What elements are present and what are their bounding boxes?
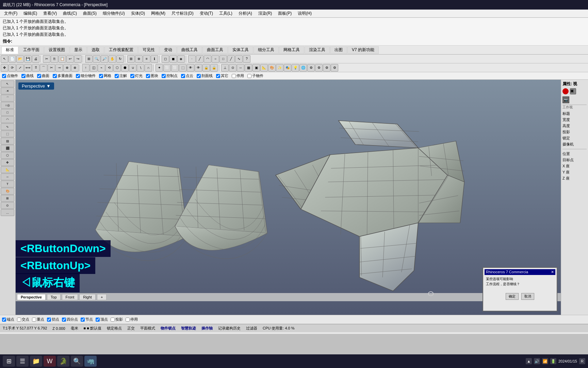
- filter-other[interactable]: 其它: [216, 73, 228, 78]
- tb-zoom-in[interactable]: 🔍: [93, 55, 100, 63]
- snap-tangent[interactable]: 切点: [47, 317, 59, 322]
- taskbar-system-tray-up[interactable]: ▲: [526, 358, 532, 364]
- status-gumball[interactable]: 操作轴: [201, 326, 213, 331]
- tb2-env[interactable]: 🌐: [299, 64, 307, 72]
- menu-subd[interactable]: 细分物件(U): [100, 10, 128, 17]
- snap-vertex[interactable]: 顶点: [96, 317, 108, 322]
- tb-line[interactable]: ╱: [196, 55, 203, 63]
- tb-zoom-out[interactable]: 🔎: [101, 55, 108, 63]
- cmd-prompt[interactable]: 指令:: [3, 38, 585, 45]
- tb2-grp[interactable]: ⬜: [171, 64, 179, 72]
- filter-annotation[interactable]: 注解: [115, 73, 127, 78]
- sidebar-freeform[interactable]: ∿: [1, 123, 14, 130]
- menu-transform[interactable]: 变动(T): [197, 10, 216, 17]
- tb2-boolean-diff[interactable]: ∖: [137, 64, 144, 72]
- menu-analyze[interactable]: 分析(A): [236, 10, 255, 17]
- menu-mesh[interactable]: 网格(M): [148, 10, 168, 17]
- snap-project-checkbox[interactable]: [111, 318, 115, 322]
- tb2-light[interactable]: 💡: [292, 64, 299, 72]
- vp-tab-right[interactable]: Right: [79, 294, 96, 300]
- tb2-vol[interactable]: ▣: [252, 64, 260, 72]
- vp-tab-add[interactable]: +: [97, 294, 107, 300]
- menu-edit[interactable]: 编辑(E): [21, 10, 40, 17]
- snap-disable[interactable]: 停用: [126, 317, 138, 322]
- filter-subd-checkbox[interactable]: [76, 74, 80, 78]
- tb2-split[interactable]: ⊸: [55, 64, 63, 72]
- tb2-explode[interactable]: ⊗: [71, 64, 79, 72]
- tb2-sel-all[interactable]: ⬜: [163, 64, 171, 72]
- tb-select[interactable]: ↖: [1, 55, 8, 63]
- snap-midpoint-checkbox[interactable]: [32, 318, 36, 322]
- tb2-revolve[interactable]: ⟲: [105, 64, 113, 72]
- tb-open[interactable]: 📂: [16, 55, 24, 63]
- tb2-join[interactable]: ⊕: [63, 64, 71, 72]
- tb2-extrude[interactable]: ↑: [82, 64, 89, 72]
- filter-subobj-checkbox[interactable]: [247, 74, 251, 78]
- taskbar-network[interactable]: 📶: [542, 358, 548, 364]
- taskbar-rhino[interactable]: 🦏: [84, 356, 97, 367]
- snap-knot[interactable]: 节点: [81, 317, 93, 322]
- tb-rect[interactable]: □: [219, 55, 227, 63]
- filter-curve-checkbox[interactable]: [21, 74, 26, 78]
- sidebar-point[interactable]: ·✕: [1, 88, 14, 94]
- status-ortho[interactable]: 正交: [127, 326, 135, 331]
- tb-cut[interactable]: ✂: [43, 55, 50, 63]
- filter-disabled-checkbox[interactable]: [232, 74, 236, 78]
- tb2-scale[interactable]: ⤢: [16, 64, 24, 72]
- filter-point[interactable]: 点物件: [2, 73, 18, 78]
- tb2-offset-srf[interactable]: ⬢: [121, 64, 129, 72]
- filter-other-checkbox[interactable]: [216, 74, 220, 78]
- menu-view[interactable]: 查看(V): [40, 10, 60, 17]
- filter-ptcloud-checkbox[interactable]: [181, 74, 185, 78]
- snap-vertex-checkbox[interactable]: [96, 318, 100, 322]
- filter-polysrf[interactable]: 多重曲面: [53, 73, 72, 78]
- tab-setview[interactable]: 设置视图: [44, 46, 69, 54]
- sidebar-dimension[interactable]: ↔: [1, 173, 14, 180]
- tb2-move[interactable]: ✥: [1, 64, 8, 72]
- sidebar-arc[interactable]: ◠: [1, 116, 14, 123]
- tb2-sweep[interactable]: ⌁: [98, 64, 105, 72]
- viewport-label[interactable]: Perspective ▼: [18, 82, 54, 90]
- tb2-extra4[interactable]: ⚙: [331, 64, 338, 72]
- tb-spline[interactable]: ∿: [235, 55, 243, 63]
- filter-block-checkbox[interactable]: [146, 74, 150, 78]
- tb2-analyze[interactable]: 📐: [260, 64, 268, 72]
- sidebar-surface2[interactable]: ▤: [1, 138, 14, 144]
- menu-panel[interactable]: 面板(P): [275, 10, 294, 17]
- taskbar-app1[interactable]: 🐊: [57, 356, 69, 367]
- snap-project[interactable]: 投影: [111, 317, 123, 322]
- tb2-mat[interactable]: 🎭: [284, 64, 291, 72]
- taskbar-search[interactable]: 🔍: [71, 356, 83, 367]
- sidebar-circle[interactable]: ○◎: [1, 102, 14, 109]
- menu-surface[interactable]: 曲面(S): [80, 10, 99, 17]
- sidebar-analyze[interactable]: 📐: [1, 166, 14, 173]
- snap-tangent-checkbox[interactable]: [47, 318, 51, 322]
- taskbar-tomato[interactable]: W: [44, 356, 56, 367]
- filter-point-checkbox[interactable]: [2, 74, 6, 78]
- tab-workplane[interactable]: 工作平面: [19, 46, 44, 54]
- tb-new[interactable]: 📄: [9, 55, 16, 63]
- tb-copy[interactable]: ⎘: [51, 55, 58, 63]
- dialog-close-icon[interactable]: ✕: [551, 270, 554, 274]
- menu-curve[interactable]: 曲线(C): [60, 10, 80, 17]
- tb2-patch[interactable]: ⬡: [113, 64, 121, 72]
- snap-knot-checkbox[interactable]: [81, 318, 85, 322]
- tb-save[interactable]: 💾: [24, 55, 32, 63]
- display-mode-icon[interactable]: ▣: [570, 88, 576, 94]
- tab-visibility[interactable]: 可见性: [138, 46, 159, 54]
- tab-select[interactable]: 选取: [87, 46, 104, 54]
- tb2-mirror[interactable]: ⟺: [24, 64, 32, 72]
- vp-tab-perspective[interactable]: Perspective: [17, 294, 46, 300]
- snap-intersection[interactable]: 交点: [17, 317, 29, 322]
- filter-mesh[interactable]: 网格: [99, 73, 111, 78]
- menu-solid[interactable]: 实体(O): [128, 10, 148, 17]
- tb-props[interactable]: ℹ: [151, 55, 158, 63]
- tb2-gumball[interactable]: ✦: [156, 64, 163, 72]
- filter-mesh-checkbox[interactable]: [99, 74, 103, 78]
- filter-subd[interactable]: 细分物件: [76, 73, 96, 78]
- taskbar-explorer[interactable]: 📁: [30, 356, 42, 367]
- tb2-ungrp[interactable]: ⬚: [179, 64, 186, 72]
- sidebar-rect[interactable]: □: [1, 109, 14, 116]
- filter-surface-checkbox[interactable]: [37, 74, 41, 78]
- camera-icon[interactable]: 📷: [562, 96, 569, 103]
